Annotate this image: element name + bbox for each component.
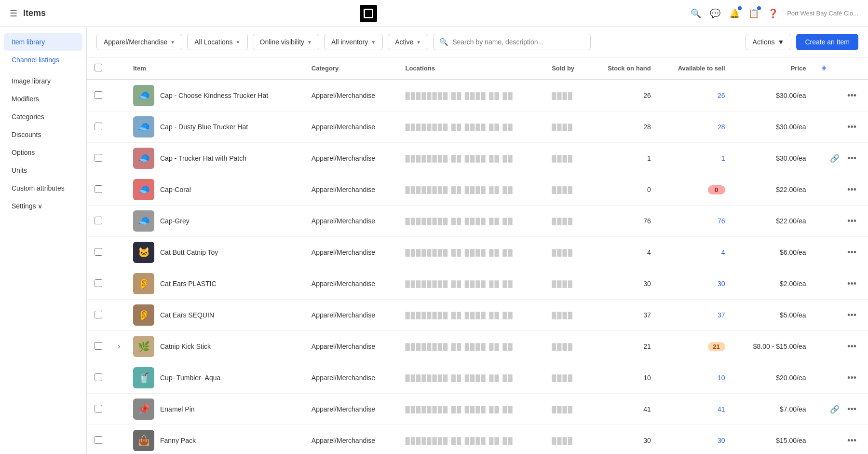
more-actions-button[interactable]: ••• — [843, 214, 860, 228]
row-checkbox[interactable] — [95, 123, 102, 130]
more-actions-button[interactable]: ••• — [843, 246, 860, 260]
reports-icon[interactable]: 📋 — [748, 8, 759, 19]
row-checkbox[interactable] — [95, 311, 102, 318]
item-name[interactable]: Cap - Choose Kindness Trucker Hat — [160, 92, 268, 99]
sold-by-cell: ████ — [544, 206, 589, 237]
item-name[interactable]: Cap - Trucker Hat with Patch — [160, 154, 246, 162]
availability-link[interactable]: 26 — [718, 92, 725, 99]
available-cell: 21 — [659, 331, 733, 362]
row-checkbox[interactable] — [95, 373, 102, 381]
row-checkbox-cell — [87, 143, 110, 174]
more-actions-button[interactable]: ••• — [843, 402, 860, 416]
link-icon[interactable]: 🔗 — [830, 154, 840, 163]
more-actions-button[interactable]: ••• — [843, 183, 860, 197]
row-checkbox[interactable] — [95, 436, 102, 444]
search-icon[interactable]: 🔍 — [691, 8, 701, 19]
item-name[interactable]: Cap-Grey — [160, 217, 190, 225]
messages-icon[interactable]: 💬 — [710, 8, 720, 19]
availability-link[interactable]: 10 — [718, 374, 725, 382]
category-filter[interactable]: Apparel/Merchandise ▼ — [96, 34, 182, 50]
availability-link[interactable]: 1 — [721, 154, 725, 162]
category-cell: Apparel/Merchandise — [304, 362, 398, 394]
more-actions-button[interactable]: ••• — [843, 308, 860, 322]
notifications-icon[interactable]: 🔔 — [729, 8, 740, 19]
location-filter[interactable]: All Locations ▼ — [187, 34, 247, 50]
row-checkbox[interactable] — [95, 405, 102, 413]
actions-button[interactable]: Actions ▼ — [746, 34, 792, 50]
sidebar-item-units[interactable]: Units — [4, 162, 82, 179]
availability-link[interactable]: 76 — [718, 217, 725, 225]
more-actions-button[interactable]: ••• — [843, 151, 860, 165]
stock-header: Stock on hand — [589, 57, 659, 80]
item-name[interactable]: Enamel Pin — [160, 405, 195, 413]
create-item-button[interactable]: Create an Item — [796, 34, 858, 50]
more-actions-button[interactable]: ••• — [843, 120, 860, 134]
row-checkbox-cell — [87, 174, 110, 206]
select-all-checkbox[interactable] — [95, 64, 102, 71]
search-input[interactable] — [452, 34, 584, 50]
sidebar-item-image-library[interactable]: Image library — [4, 72, 82, 90]
available-cell: 30 — [659, 268, 733, 300]
more-actions-button[interactable]: ••• — [843, 89, 860, 103]
item-name[interactable]: Cat Ears PLASTIC — [160, 280, 217, 288]
row-checkbox[interactable] — [95, 217, 102, 224]
sold-by-cell: ████ — [544, 80, 589, 111]
item-name[interactable]: Fanny Pack — [160, 437, 196, 444]
category-cell: Apparel/Merchandise — [304, 80, 398, 111]
row-checkbox[interactable] — [95, 279, 102, 287]
item-name[interactable]: Cup- Tumbler- Aqua — [160, 374, 220, 382]
more-actions-button[interactable]: ••• — [843, 277, 860, 291]
item-thumbnail: 🧢 — [133, 85, 154, 106]
sidebar-item-item-library[interactable]: Item library — [4, 33, 82, 51]
chevron-down-icon: ▼ — [371, 40, 376, 45]
row-checkbox[interactable] — [95, 248, 102, 256]
expand-cell — [110, 394, 125, 425]
item-name[interactable]: Catnip Kick Stick — [160, 343, 211, 350]
item-thumbnail: 📌 — [133, 399, 154, 420]
category-header: Category — [304, 57, 398, 80]
item-name[interactable]: Cat Ears SEQUIN — [160, 311, 214, 319]
sold-by-header: Sold by — [544, 57, 589, 80]
item-name[interactable]: Cap - Dusty Blue Trucker Hat — [160, 123, 248, 131]
availability-link[interactable]: 41 — [718, 405, 725, 413]
item-name[interactable]: Cat Butt Catnip Toy — [160, 248, 218, 256]
item-thumbnail: 👂 — [133, 273, 154, 294]
availability-link[interactable]: 30 — [718, 437, 725, 444]
add-column-header[interactable]: + — [814, 57, 868, 80]
sidebar-item-custom-attributes[interactable]: Custom attributes — [4, 179, 82, 197]
sidebar-item-settings[interactable]: Settings ∨ — [4, 197, 82, 215]
sidebar-item-categories[interactable]: Categories — [4, 108, 82, 125]
row-checkbox[interactable] — [95, 342, 102, 350]
sidebar-item-options[interactable]: Options — [4, 144, 82, 161]
sidebar: Item library Channel listings Image libr… — [0, 27, 87, 454]
stock-cell: 76 — [589, 206, 659, 237]
availability-link[interactable]: 28 — [718, 123, 725, 131]
table-row: 🧢Cap - Choose Kindness Trucker HatAppare… — [87, 80, 868, 111]
user-info: Port West Bay Café Clo... — [787, 10, 858, 17]
more-actions-button[interactable]: ••• — [843, 371, 860, 385]
table-row: 👂Cat Ears PLASTICApparel/Merchandise████… — [87, 268, 868, 300]
hamburger-icon[interactable]: ☰ — [10, 8, 17, 19]
sidebar-item-channel-listings[interactable]: Channel listings — [4, 51, 82, 69]
row-checkbox[interactable] — [95, 154, 102, 162]
more-actions-button[interactable]: ••• — [843, 434, 860, 448]
actions-cell: ••• — [814, 425, 868, 454]
sidebar-item-modifiers[interactable]: Modifiers — [4, 90, 82, 108]
status-filter[interactable]: Active ▼ — [388, 34, 428, 50]
row-checkbox[interactable] — [95, 185, 102, 193]
availability-link[interactable]: 4 — [721, 248, 725, 256]
availability-link[interactable]: 30 — [718, 280, 725, 288]
add-column-icon[interactable]: + — [821, 63, 827, 73]
sold-by-cell: ████ — [544, 394, 589, 425]
sidebar-item-discounts[interactable]: Discounts — [4, 126, 82, 143]
link-icon[interactable]: 🔗 — [830, 405, 840, 414]
expand-icon[interactable]: › — [118, 342, 120, 350]
sold-by-cell: ████ — [544, 174, 589, 206]
help-icon[interactable]: ❓ — [768, 8, 778, 19]
item-name[interactable]: Cap-Coral — [160, 186, 191, 193]
inventory-filter[interactable]: All inventory ▼ — [324, 34, 383, 50]
availability-link[interactable]: 37 — [718, 311, 725, 319]
row-checkbox[interactable] — [95, 91, 102, 99]
visibility-filter[interactable]: Online visibility ▼ — [253, 34, 320, 50]
more-actions-button[interactable]: ••• — [843, 340, 860, 354]
